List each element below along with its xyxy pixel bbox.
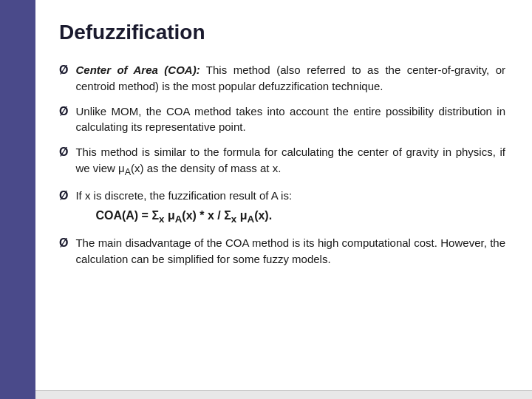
bullet-symbol: Ø xyxy=(59,64,68,77)
slide: Defuzzification Ø Center of Area (COA): … xyxy=(0,0,532,399)
left-accent-bar xyxy=(0,0,35,399)
list-item: Ø Unlike MOM, the COA method takes into … xyxy=(59,103,505,136)
bullet-symbol: Ø xyxy=(59,189,68,202)
list-item: Ø Center of Area (COA): This method (als… xyxy=(59,62,505,95)
bullet-text: The main disadvantage of the COA method … xyxy=(75,235,505,267)
bullet-text: This method is similar to the formula fo… xyxy=(75,144,505,179)
bullet-text: Center of Area (COA): This method (also … xyxy=(75,62,505,95)
bullet-text: If x is discrete, the fuzzification resu… xyxy=(75,188,292,226)
bullet-list: Ø Center of Area (COA): This method (als… xyxy=(59,62,505,267)
bottom-bar xyxy=(35,390,532,399)
bullet-text: Unlike MOM, the COA method takes into ac… xyxy=(75,103,505,136)
content-area: Defuzzification Ø Center of Area (COA): … xyxy=(35,0,532,399)
bullet-symbol: Ø xyxy=(59,146,68,159)
bullet-symbol: Ø xyxy=(59,105,68,118)
slide-title: Defuzzification xyxy=(59,21,505,44)
list-item: Ø This method is similar to the formula … xyxy=(59,144,505,179)
formula: COA(A) = Σx μA(x) * x / Σx μA(x). xyxy=(75,207,292,227)
list-item: Ø If x is discrete, the fuzzification re… xyxy=(59,188,505,226)
bullet-symbol: Ø xyxy=(59,236,68,250)
list-item: Ø The main disadvantage of the COA metho… xyxy=(59,235,505,267)
